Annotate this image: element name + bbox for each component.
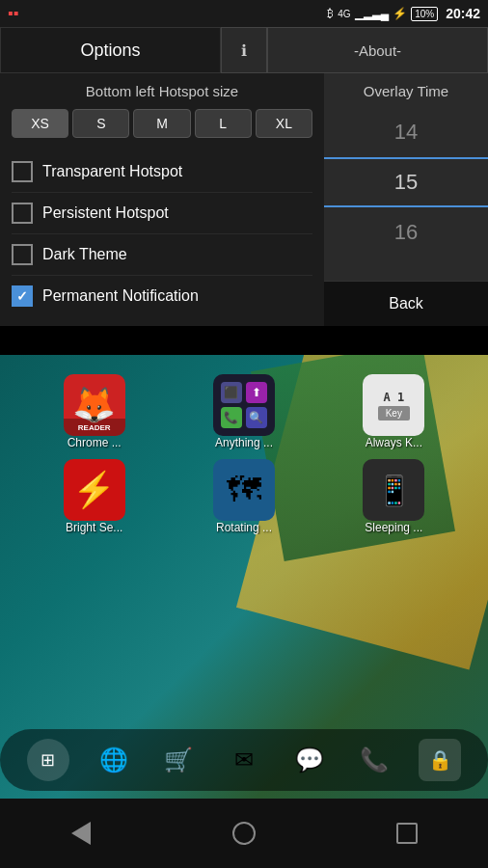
- back-nav-button[interactable]: [52, 804, 110, 862]
- size-l-button[interactable]: L: [195, 109, 252, 138]
- dock-email-icon[interactable]: ✉: [223, 739, 265, 781]
- persistent-hotspot-option[interactable]: Persistent Hotspot: [12, 193, 312, 234]
- number-14[interactable]: 14: [324, 107, 488, 157]
- app-row-1: 🦊 READER Chrome ... ⬛ ⬆ 📞 🔍: [0, 374, 488, 449]
- chrome-label: Chrome ...: [68, 436, 122, 449]
- options-tab[interactable]: Options: [0, 27, 221, 73]
- 4g-icon: 4G: [338, 9, 350, 19]
- dock-chat-icon[interactable]: 💬: [288, 739, 331, 781]
- content-area: Bottom left Hotspot size XS S M L XL Tra…: [0, 73, 488, 326]
- dock-lock-icon[interactable]: 🔒: [419, 739, 461, 781]
- permanent-notification-option[interactable]: Permanent Notification: [12, 276, 312, 316]
- left-panel: Bottom left Hotspot size XS S M L XL Tra…: [0, 73, 324, 326]
- number-16[interactable]: 16: [324, 207, 488, 258]
- persistent-hotspot-checkbox[interactable]: [12, 203, 33, 224]
- dark-theme-checkbox[interactable]: [12, 244, 33, 265]
- transparent-hotspot-label: Transparent Hotspot: [42, 163, 182, 180]
- alwaysk-app-icon[interactable]: A 1 Key Always K...: [345, 374, 442, 449]
- brightse-label: Bright Se...: [66, 521, 122, 534]
- app-row-2: ⚡ Bright Se... 🗺 Rotating ... 📱 Sleeping…: [0, 459, 488, 534]
- home-circle-icon: [232, 822, 256, 845]
- dock-bar: ⊞ 🌐 🛒 ✉ 💬 📞 🔒: [0, 729, 488, 791]
- about-tab-label: -About-: [354, 42, 401, 59]
- permanent-notification-checkbox[interactable]: [12, 285, 33, 307]
- persistent-hotspot-label: Persistent Hotspot: [42, 204, 169, 222]
- dock-play-icon[interactable]: 🛒: [157, 739, 200, 781]
- recent-nav-button[interactable]: [378, 804, 436, 862]
- about-tab[interactable]: -About-: [267, 27, 488, 73]
- home-nav-button[interactable]: [215, 804, 273, 862]
- bluetooth-icon: ₿: [327, 7, 334, 20]
- size-buttons: XS S M L XL: [12, 109, 312, 138]
- flash-icon: ⚡: [393, 7, 407, 20]
- size-xl-button[interactable]: XL: [256, 109, 312, 138]
- info-icon: ℹ: [241, 41, 247, 60]
- desktop-area: 🦊 READER Chrome ... ⬛ ⬆ 📞 🔍: [0, 355, 488, 868]
- rotating-app-icon[interactable]: 🗺 Rotating ...: [196, 459, 292, 534]
- app-icons: 🦊 READER Chrome ... ⬛ ⬆ 📞 🔍: [0, 374, 488, 544]
- dark-theme-label: Dark Theme: [42, 246, 127, 263]
- sleeping-app-icon[interactable]: 📱 Sleeping ...: [345, 459, 442, 534]
- recent-square-icon: [396, 823, 418, 844]
- size-xs-button[interactable]: XS: [12, 109, 68, 138]
- hotspot-size-title: Bottom left Hotspot size: [12, 83, 312, 99]
- alwaysk-label: Always K...: [366, 436, 422, 449]
- transparent-hotspot-option[interactable]: Transparent Hotspot: [12, 151, 312, 193]
- number-15[interactable]: 15: [324, 157, 488, 207]
- overlay-time-title: Overlay Time: [324, 73, 488, 107]
- anything-app-icon[interactable]: ⬛ ⬆ 📞 🔍 Anything ...: [196, 374, 292, 449]
- options-tab-label: Options: [80, 41, 140, 61]
- status-bar: ▪▪ ₿ 4G ▁▂▃▄ ⚡ 10% 20:42: [0, 0, 488, 27]
- size-s-button[interactable]: S: [72, 109, 129, 138]
- app-logo-icon: ▪▪: [8, 5, 18, 22]
- nav-bar: [0, 799, 488, 868]
- dark-theme-option[interactable]: Dark Theme: [12, 234, 312, 276]
- signal-icon: ▁▂▃▄: [355, 7, 390, 20]
- back-button[interactable]: Back: [324, 281, 488, 326]
- options-panel: Options ℹ -About- Bottom left Hotspot si…: [0, 27, 488, 326]
- back-triangle-icon: [71, 822, 91, 845]
- rotating-label: Rotating ...: [216, 521, 272, 534]
- status-left-icons: ▪▪: [8, 5, 18, 22]
- number-list: 14 15 16: [324, 107, 488, 281]
- size-m-button[interactable]: M: [133, 109, 190, 138]
- info-button[interactable]: ℹ: [221, 27, 267, 73]
- brightse-app-icon[interactable]: ⚡ Bright Se...: [46, 459, 143, 534]
- anything-label: Anything ...: [215, 436, 273, 449]
- battery-indicator: 10%: [411, 7, 438, 21]
- dock-phone-icon[interactable]: 📞: [353, 739, 395, 781]
- sleeping-label: Sleeping ...: [365, 521, 422, 534]
- clock: 20:42: [446, 6, 480, 21]
- status-right-icons: ₿ 4G ▁▂▃▄ ⚡ 10% 20:42: [327, 6, 480, 21]
- permanent-notification-label: Permanent Notification: [42, 287, 199, 305]
- transparent-hotspot-checkbox[interactable]: [12, 161, 33, 182]
- dock-chrome-icon[interactable]: 🌐: [93, 739, 135, 781]
- chrome-app-icon[interactable]: 🦊 READER Chrome ...: [46, 374, 143, 449]
- right-panel: Overlay Time 14 15 16 Back: [324, 73, 488, 326]
- top-bar: Options ℹ -About-: [0, 27, 488, 73]
- dock-apps-icon[interactable]: ⊞: [27, 739, 69, 781]
